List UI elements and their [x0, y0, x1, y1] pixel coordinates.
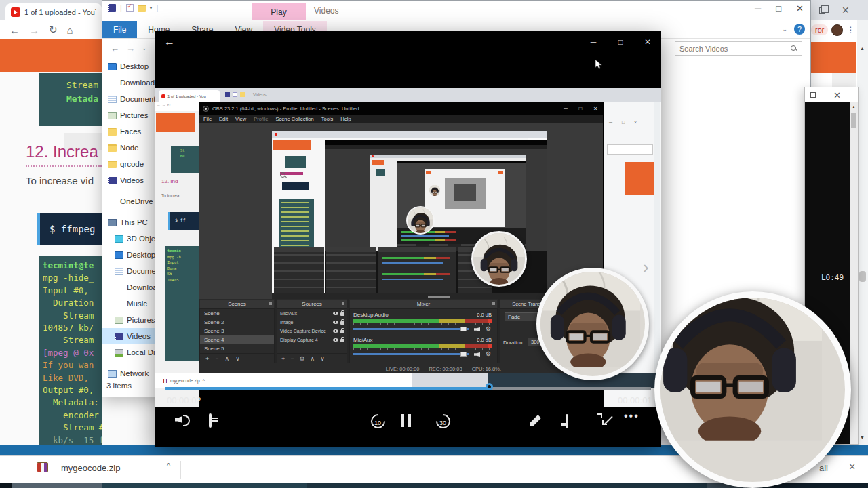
download-caret-icon[interactable]: ^ — [167, 462, 170, 470]
lock-icon[interactable] — [340, 330, 344, 333]
mini-player-icon[interactable] — [566, 414, 568, 428]
subtitles-icon[interactable] — [209, 413, 212, 428]
search-input[interactable] — [679, 45, 791, 53]
close-button[interactable]: ✕ — [634, 37, 661, 47]
remove-scene-button[interactable]: − — [215, 355, 218, 362]
volume-slider[interactable] — [353, 327, 469, 331]
sidebar-item[interactable]: 3D Objects — [102, 230, 155, 247]
sidebar-item[interactable]: Faces — [102, 123, 155, 140]
new-folder-icon[interactable] — [138, 5, 146, 12]
maximize-button[interactable]: □ — [607, 37, 634, 47]
obs-menu-item[interactable]: Tools — [321, 116, 334, 122]
scroll-up-icon[interactable]: ▲ — [852, 105, 856, 109]
sidebar-item[interactable]: Music — [102, 296, 155, 312]
minimize-button[interactable]: ─ — [580, 37, 607, 47]
visibility-eye-icon[interactable] — [333, 329, 338, 333]
sidebar-item[interactable]: qrcode — [102, 156, 155, 172]
sidebar-item[interactable]: OneDrive — [102, 193, 155, 209]
close-button[interactable]: ✕ — [796, 3, 804, 14]
terminal-titlebar[interactable]: ✕ — [805, 87, 858, 102]
volume-slider[interactable] — [353, 352, 469, 357]
sources-panel-header[interactable]: Sources — [277, 299, 347, 308]
track-gear-icon[interactable]: ⚙ — [486, 351, 491, 357]
left-browser-tab[interactable]: 1 of 1 uploaded - YouT — [5, 3, 102, 20]
seek-handle[interactable] — [486, 383, 493, 390]
sidebar-item[interactable]: Node — [102, 140, 155, 156]
lock-icon[interactable] — [340, 339, 344, 342]
remove-source-button[interactable]: − — [290, 355, 294, 362]
source-item[interactable]: Image — [277, 318, 347, 327]
sidebar-item[interactable]: Network — [102, 365, 155, 380]
more-options-icon[interactable]: ••• — [624, 410, 639, 422]
minimize-button[interactable]: ─ — [755, 3, 761, 14]
search-icon[interactable] — [791, 45, 797, 52]
obs-menu-item[interactable]: Help — [340, 116, 351, 122]
ribbon-collapse-icon[interactable]: ⌄ — [782, 26, 787, 33]
scene-item[interactable]: Scene 5 — [200, 344, 274, 353]
visibility-eye-icon[interactable] — [333, 338, 338, 342]
browser-menu-icon[interactable]: ⋮ — [846, 25, 854, 35]
nav-history-caret-icon[interactable]: ⌄ — [142, 45, 147, 52]
obs-menu-item[interactable]: Profile — [254, 116, 268, 122]
sidebar-item[interactable]: Videos — [102, 172, 155, 188]
scene-up-button[interactable]: ∧ — [225, 355, 230, 362]
ribbon-tab[interactable]: File — [102, 21, 137, 38]
scroll-down-icon[interactable]: ▼ — [860, 435, 865, 440]
sidebar-item[interactable]: Videos — [102, 328, 155, 344]
scene-item[interactable]: Scene 2 — [200, 318, 274, 327]
qat-customize-caret-icon[interactable]: ▾ — [150, 5, 153, 11]
home-icon[interactable]: ⌂ — [67, 24, 73, 36]
scene-item[interactable]: Scene — [200, 309, 274, 318]
add-source-button[interactable]: + — [281, 355, 285, 362]
maximize-button[interactable]: □ — [573, 106, 588, 112]
search-box[interactable] — [675, 41, 802, 56]
show-all-button[interactable]: all — [819, 463, 828, 473]
scrollbar-thumb[interactable] — [859, 271, 866, 282]
sidebar-item[interactable]: Downloads — [102, 279, 155, 296]
lock-icon[interactable] — [340, 312, 344, 316]
nav-back-icon[interactable]: ← — [111, 43, 119, 54]
avatar[interactable] — [831, 24, 843, 36]
scenes-panel-header[interactable]: Scenes — [199, 299, 275, 308]
visibility-eye-icon[interactable] — [333, 312, 338, 315]
obs-menu-item[interactable]: View — [235, 116, 246, 122]
forward-icon[interactable]: → — [29, 24, 39, 36]
scrollbar[interactable]: ▲ ▼ — [857, 20, 868, 445]
scene-item[interactable]: Scene 4 — [200, 336, 274, 344]
sidebar-item[interactable]: Downloads — [102, 75, 155, 91]
sidebar-item[interactable]: Desktop — [102, 58, 155, 75]
sidebar-item[interactable]: Documents — [102, 263, 155, 279]
visibility-eye-icon[interactable] — [333, 321, 338, 324]
obs-menu-item[interactable]: Edit — [219, 116, 228, 122]
source-item[interactable]: Display Capture 4 — [277, 336, 347, 344]
help-icon[interactable]: ? — [794, 24, 805, 35]
mixer-panel-header[interactable]: Mixer — [349, 299, 498, 308]
back-icon[interactable]: ← — [164, 36, 175, 48]
close-icon[interactable]: ✕ — [833, 90, 841, 100]
speaker-icon[interactable] — [474, 351, 481, 357]
slider-handle[interactable] — [460, 352, 467, 357]
extension-badge[interactable]: ror — [811, 24, 828, 35]
restore-icon[interactable] — [819, 7, 825, 14]
add-scene-button[interactable]: + — [205, 355, 209, 362]
source-down-button[interactable]: ∨ — [320, 355, 325, 362]
track-gear-icon[interactable]: ⚙ — [486, 326, 491, 332]
obs-menu-item[interactable]: Scene Collection — [275, 116, 313, 122]
maximize-button[interactable]: □ — [776, 3, 781, 14]
scene-down-button[interactable]: ∨ — [235, 355, 240, 362]
properties-icon[interactable] — [126, 4, 134, 12]
source-properties-gear-icon[interactable]: ⚙ — [300, 355, 305, 362]
sidebar-item[interactable]: Desktop — [102, 247, 155, 263]
player-titlebar[interactable]: ← ─ □ ✕ — [155, 30, 661, 53]
source-up-button[interactable]: ∧ — [311, 355, 315, 362]
close-button[interactable]: ✕ — [588, 106, 603, 112]
sidebar-item[interactable]: Pictures — [102, 107, 155, 123]
source-item[interactable]: Mic/Aux — [277, 309, 347, 318]
obs-titlebar[interactable]: OBS 23.2.1 (64-bit, windows) - Profile: … — [199, 102, 603, 115]
sidebar-item[interactable]: Documents — [102, 91, 155, 107]
edit-pencil-icon[interactable] — [530, 415, 541, 426]
pause-button[interactable] — [401, 414, 411, 427]
scrollbar-thumb[interactable] — [851, 113, 856, 128]
source-item[interactable]: Video Capture Device — [277, 327, 347, 336]
download-filename[interactable]: mygeocode.zip — [61, 463, 120, 473]
